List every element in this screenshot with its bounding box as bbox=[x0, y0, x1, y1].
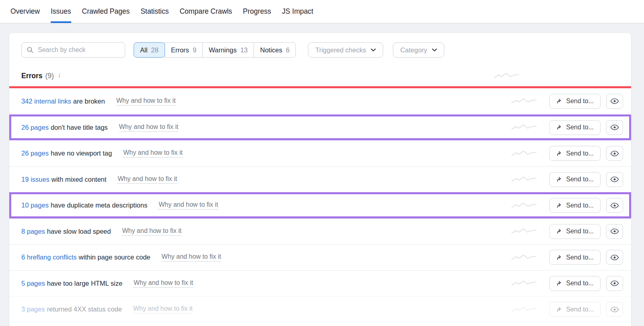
forward-arrow-icon bbox=[556, 150, 563, 157]
tab-issues[interactable]: Issues bbox=[51, 0, 71, 23]
send-to-button[interactable]: Send to... bbox=[549, 146, 601, 161]
forward-arrow-icon bbox=[556, 176, 563, 183]
issue-count-link[interactable]: 342 internal links bbox=[21, 98, 71, 105]
issue-count-link[interactable]: 6 hreflang conflicts bbox=[21, 253, 77, 261]
info-icon[interactable]: i bbox=[58, 72, 60, 79]
filter-tab-label: Notices bbox=[260, 46, 282, 54]
why-how-to-fix-link[interactable]: Why and how to fix it bbox=[122, 227, 182, 236]
eye-icon bbox=[610, 307, 619, 312]
send-to-button[interactable]: Send to... bbox=[549, 302, 601, 317]
eye-icon bbox=[610, 255, 619, 260]
eye-button[interactable] bbox=[606, 250, 623, 265]
issue-row: 10 pageshave duplicate meta descriptions… bbox=[9, 192, 631, 218]
issue-count-link[interactable]: 19 issues bbox=[21, 176, 50, 183]
issue-rest-text: are broken bbox=[73, 98, 105, 105]
send-to-button[interactable]: Send to... bbox=[549, 198, 601, 213]
filter-tab-errors[interactable]: Errors 9 bbox=[165, 42, 203, 58]
severity-filter-tabs: All 28 Errors 9 Warnings 13 Notices 6 bbox=[134, 42, 296, 58]
filter-tab-all[interactable]: All 28 bbox=[134, 42, 165, 58]
tab-statistics[interactable]: Statistics bbox=[140, 0, 169, 23]
issue-count-link[interactable]: 26 pages bbox=[21, 124, 49, 131]
eye-icon bbox=[610, 151, 619, 156]
category-dropdown[interactable]: Category bbox=[393, 42, 444, 58]
trend-sparkline bbox=[511, 279, 537, 288]
tab-js-impact[interactable]: JS Impact bbox=[282, 0, 314, 23]
eye-icon bbox=[610, 203, 619, 208]
send-to-label: Send to... bbox=[566, 124, 594, 131]
eye-button[interactable] bbox=[606, 224, 623, 239]
top-nav-tabs: OverviewIssuesCrawled PagesStatisticsCom… bbox=[10, 0, 313, 23]
tab-overview[interactable]: Overview bbox=[10, 0, 40, 23]
why-how-to-fix-link[interactable]: Why and how to fix it bbox=[133, 305, 193, 314]
eye-button[interactable] bbox=[606, 198, 623, 213]
tab-progress[interactable]: Progress bbox=[243, 0, 271, 23]
why-how-to-fix-link[interactable]: Why and how to fix it bbox=[119, 123, 179, 132]
filter-tab-notices[interactable]: Notices 6 bbox=[254, 42, 296, 58]
eye-button[interactable] bbox=[606, 172, 623, 187]
send-to-button[interactable]: Send to... bbox=[549, 224, 601, 239]
tab-crawled-pages[interactable]: Crawled Pages bbox=[82, 0, 130, 23]
why-how-to-fix-link[interactable]: Why and how to fix it bbox=[123, 149, 183, 158]
trend-sparkline bbox=[511, 123, 537, 132]
why-how-to-fix-link[interactable]: Why and how to fix it bbox=[118, 175, 177, 184]
send-to-button[interactable]: Send to... bbox=[549, 172, 601, 187]
send-to-label: Send to... bbox=[566, 306, 594, 313]
send-to-button[interactable]: Send to... bbox=[549, 250, 601, 265]
row-actions: Send to... bbox=[511, 302, 623, 317]
eye-button[interactable] bbox=[606, 120, 623, 135]
issue-count-link[interactable]: 5 pages bbox=[21, 280, 45, 287]
send-to-button[interactable]: Send to... bbox=[549, 120, 601, 135]
issue-rest-text: with mixed content bbox=[52, 176, 107, 183]
issue-description: 26 pagesdon't have title tags bbox=[21, 124, 108, 131]
send-to-button[interactable]: Send to... bbox=[549, 276, 601, 291]
send-to-button[interactable]: Send to... bbox=[549, 94, 601, 109]
issue-row: 3 pagesreturned 4XX status code Why and … bbox=[9, 296, 631, 322]
issue-row: 5 pageshave too large HTML size Why and … bbox=[9, 270, 631, 297]
issue-count-link[interactable]: 26 pages bbox=[21, 150, 49, 157]
issue-rest-text: have no viewport tag bbox=[51, 150, 112, 157]
chevron-down-icon bbox=[371, 48, 376, 52]
filter-tab-label: Warnings bbox=[209, 46, 237, 54]
eye-button[interactable] bbox=[606, 276, 623, 291]
forward-arrow-icon bbox=[556, 202, 563, 209]
issue-description: 6 hreflang conflictswithin page source c… bbox=[21, 253, 151, 261]
issue-count-link[interactable]: 8 pages bbox=[21, 228, 45, 235]
issue-description: 19 issueswith mixed content bbox=[21, 176, 106, 183]
issue-rest-text: don't have title tags bbox=[51, 124, 108, 131]
eye-button[interactable] bbox=[606, 94, 623, 109]
issue-count-link[interactable]: 3 pages bbox=[21, 305, 45, 313]
why-how-to-fix-link[interactable]: Why and how to fix it bbox=[134, 279, 193, 288]
issues-list: 342 internal linksare broken Why and how… bbox=[9, 88, 631, 322]
row-actions: Send to... bbox=[511, 250, 623, 265]
filter-dropdowns: Triggered checks Category bbox=[308, 42, 444, 58]
issue-row: 8 pageshave slow load speed Why and how … bbox=[9, 218, 631, 245]
filter-tab-warnings[interactable]: Warnings 13 bbox=[202, 42, 254, 58]
tab-compare-crawls[interactable]: Compare Crawls bbox=[180, 0, 232, 23]
row-actions: Send to... bbox=[511, 172, 623, 187]
issue-rest-text: have slow load speed bbox=[47, 228, 111, 235]
send-to-label: Send to... bbox=[566, 280, 594, 287]
forward-arrow-icon bbox=[556, 124, 563, 131]
chevron-down-icon bbox=[432, 48, 437, 52]
eye-button[interactable] bbox=[606, 302, 623, 317]
forward-arrow-icon bbox=[556, 254, 563, 261]
forward-arrow-icon bbox=[556, 98, 563, 104]
forward-arrow-icon bbox=[556, 280, 563, 287]
errors-section-header: Errors (9) i bbox=[9, 70, 631, 82]
trend-sparkline bbox=[511, 305, 537, 314]
row-actions: Send to... bbox=[511, 94, 623, 109]
forward-arrow-icon bbox=[556, 306, 563, 313]
issue-count-link[interactable]: 10 pages bbox=[21, 201, 49, 209]
triggered-checks-dropdown[interactable]: Triggered checks bbox=[308, 42, 383, 58]
trend-sparkline bbox=[511, 201, 537, 210]
row-actions: Send to... bbox=[511, 224, 623, 239]
filter-tab-label: Errors bbox=[171, 46, 189, 54]
search-input[interactable] bbox=[21, 42, 125, 58]
why-how-to-fix-link[interactable]: Why and how to fix it bbox=[159, 201, 218, 210]
filter-tab-count: 28 bbox=[151, 46, 158, 54]
trend-sparkline bbox=[511, 149, 537, 158]
why-how-to-fix-link[interactable]: Why and how to fix it bbox=[116, 97, 176, 106]
eye-button[interactable] bbox=[606, 146, 623, 161]
why-how-to-fix-link[interactable]: Why and how to fix it bbox=[162, 253, 221, 262]
send-to-label: Send to... bbox=[566, 202, 594, 209]
